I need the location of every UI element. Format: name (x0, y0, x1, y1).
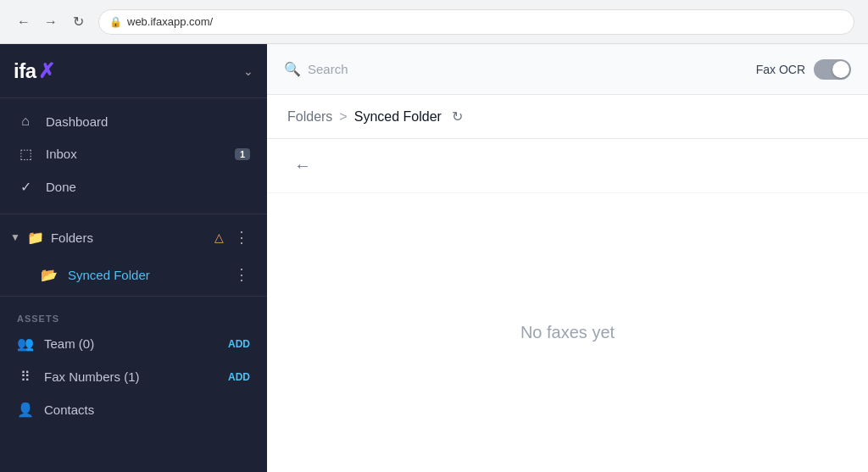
back-row: ← (267, 139, 868, 193)
folders-warning-icon: △ (214, 230, 224, 244)
empty-state: No faxes yet (267, 193, 868, 472)
main-content: 🔍 Search Fax OCR Folders > Synced Folder… (267, 44, 868, 472)
sidebar-item-dashboard[interactable]: ⌂ Dashboard (0, 105, 267, 137)
content-area: ← No faxes yet (267, 139, 868, 472)
empty-message: No faxes yet (520, 323, 615, 342)
done-label: Done (46, 180, 250, 194)
sidebar: ifa✗ ⌄ ⌂ Dashboard ⬚ Inbox 1 ✓ Done (0, 44, 267, 472)
fax-ocr-toggle[interactable] (814, 59, 851, 80)
sidebar-item-inbox[interactable]: ⬚ Inbox 1 (0, 137, 267, 170)
back-nav-button[interactable]: ← (14, 12, 34, 32)
inbox-label: Inbox (46, 147, 223, 161)
assets-label: ASSETS (17, 314, 250, 324)
folder-icon: 📁 (27, 230, 44, 246)
search-wrapper: 🔍 Search (284, 61, 746, 77)
sidebar-nav: ⌂ Dashboard ⬚ Inbox 1 ✓ Done (0, 98, 267, 210)
team-add-button[interactable]: ADD (228, 338, 250, 350)
sidebar-chevron-icon[interactable]: ⌄ (243, 64, 253, 78)
sidebar-item-team[interactable]: 👥 Team (0) ADD (17, 327, 250, 360)
url-text: web.ifaxapp.com/ (127, 15, 213, 28)
fax-ocr-label: Fax OCR (756, 63, 805, 76)
assets-section: ASSETS 👥 Team (0) ADD ⠿ Fax Numbers (1) … (0, 300, 267, 433)
breadcrumb-separator: > (339, 109, 347, 125)
dashboard-label: Dashboard (46, 114, 250, 129)
folder-item-more-icon[interactable]: ⋮ (234, 265, 250, 284)
folders-chevron-icon: ▼ (10, 231, 20, 243)
address-bar[interactable]: 🔒 web.ifaxapp.com/ (98, 9, 854, 35)
inbox-icon: ⬚ (17, 146, 34, 162)
logo[interactable]: ifa✗ (14, 59, 54, 83)
search-icon: 🔍 (284, 61, 301, 77)
logo-slash: ✗ (38, 59, 55, 83)
done-icon: ✓ (17, 179, 34, 195)
forward-nav-button[interactable]: → (41, 12, 61, 32)
back-button[interactable]: ← (287, 153, 318, 179)
contacts-icon: 👤 (17, 402, 34, 418)
synced-folder-icon: 📂 (41, 267, 58, 283)
folders-label: Folders (51, 230, 208, 245)
team-label: Team (0) (44, 336, 218, 351)
folders-header[interactable]: ▼ 📁 Folders △ ⋮ (0, 218, 267, 257)
lock-icon: 🔒 (109, 16, 122, 28)
divider-1 (0, 214, 267, 214)
breadcrumb-parent[interactable]: Folders (287, 109, 332, 125)
fax-numbers-add-button[interactable]: ADD (228, 371, 250, 383)
search-placeholder[interactable]: Search (308, 62, 348, 76)
breadcrumb-refresh-icon[interactable]: ↻ (452, 108, 463, 125)
search-bar: 🔍 Search Fax OCR (267, 44, 868, 95)
app-wrapper: ifa✗ ⌄ ⌂ Dashboard ⬚ Inbox 1 ✓ Done (0, 44, 868, 472)
fax-numbers-icon: ⠿ (17, 369, 34, 385)
logo-text: ifa (14, 59, 36, 83)
breadcrumb: Folders > Synced Folder ↻ (267, 95, 868, 139)
breadcrumb-current: Synced Folder (354, 109, 442, 125)
sidebar-item-fax-numbers[interactable]: ⠿ Fax Numbers (1) ADD (17, 360, 250, 393)
fax-numbers-label: Fax Numbers (1) (44, 369, 218, 384)
folders-more-icon[interactable]: ⋮ (231, 226, 253, 248)
browser-chrome: ← → ↻ 🔒 web.ifaxapp.com/ (0, 0, 868, 44)
folders-section: ▼ 📁 Folders △ ⋮ 📂 Synced Folder ⋮ (0, 218, 267, 292)
sidebar-header: ifa✗ ⌄ (0, 44, 267, 98)
sidebar-item-done[interactable]: ✓ Done (0, 170, 267, 203)
inbox-badge: 1 (235, 148, 250, 160)
synced-folder-label: Synced Folder (68, 268, 150, 282)
toggle-knob (832, 61, 849, 78)
home-icon: ⌂ (17, 114, 34, 129)
fax-ocr-section: Fax OCR (756, 59, 851, 80)
nav-buttons: ← → ↻ (14, 12, 88, 32)
sidebar-item-synced-folder[interactable]: 📂 Synced Folder ⋮ (0, 257, 267, 292)
reload-button[interactable]: ↻ (68, 12, 88, 32)
sidebar-item-contacts[interactable]: 👤 Contacts (17, 393, 250, 426)
contacts-label: Contacts (44, 403, 250, 417)
team-icon: 👥 (17, 336, 34, 352)
divider-2 (0, 296, 267, 297)
